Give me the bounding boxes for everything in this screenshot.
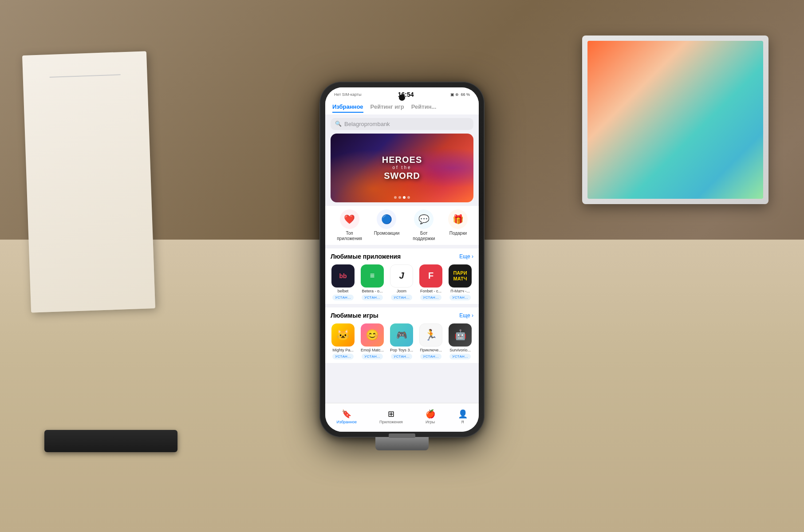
app-fonbet[interactable]: F Fonbet - с... УСТАН... [418,264,443,300]
dot-2 [398,196,401,199]
left-document [22,51,155,312]
emoji-match-install[interactable]: УСТАН... [362,354,382,359]
dark-object [44,430,177,452]
adventure-icon: 🏃 [419,323,442,347]
monitor-screen [587,41,763,199]
fonbet-icon: F [419,264,442,288]
app-belbet[interactable]: bb belbet УСТАН... [331,264,355,300]
emoji-match-name: Emoji Matc... [361,348,384,352]
game-mighty-pa[interactable]: 🐱 Mighty Pa... УСТАН... [331,323,355,359]
nav-apps-icon: ⊞ [388,409,394,419]
fonbet-name: Fonbet - с... [420,289,441,293]
game-emoji-match[interactable]: 😊 Emoji Matc... УСТАН... [360,323,385,359]
pop-toys-name: Pop Toys 3... [390,348,413,352]
belbet-icon-text: bb [339,272,347,280]
pop-toys-install[interactable]: УСТАН... [391,354,412,359]
nav-games[interactable]: 🍎 Игры [426,409,435,424]
banner-dots [394,196,410,199]
app-parimatch[interactable]: ПАРИ МАТЧ П-Матч -... УСТАН... [448,264,473,300]
joom-name: Joom [397,289,406,293]
app-joom[interactable]: J Joom УСТАН... [389,264,414,300]
mighty-pa-install[interactable]: УСТАН... [332,354,353,359]
nav-apps-label: Приложения [379,420,403,424]
betera-install[interactable]: УСТАН... [362,295,382,300]
favorite-apps-section: Любимые приложения Еще › bb belbet УСТАН… [325,248,479,304]
phone-stand [375,437,429,450]
nav-apps[interactable]: ⊞ Приложения [379,409,403,424]
survivorio-emoji: 🤖 [454,329,466,341]
tab-rating-games[interactable]: Рейтинг игр [370,103,404,113]
promos-label: Промоакции [374,231,400,236]
belbet-install[interactable]: УСТАН... [332,295,353,300]
adventure-name: Приключе... [420,348,442,352]
search-placeholder: Belagroprombank [344,121,390,127]
pop-toys-emoji: 🎮 [396,330,407,340]
nav-games-label: Игры [426,420,435,424]
parimatch-name: П-Матч -... [450,289,470,293]
nav-profile-icon: 👤 [458,409,468,419]
banner-overlay: HEROES of the SWORD [331,134,473,202]
action-promos[interactable]: 🔵 Промоакции [374,209,400,241]
promos-icon: 🔵 [377,209,396,229]
game-survivorio[interactable]: 🤖 Survivorio... УСТАН... [448,323,473,359]
banner-title: HEROES of the SWORD [382,154,422,181]
fav-apps-title: Любимые приложения [331,253,401,260]
fav-games-header: Любимые игры Еще › [331,312,473,319]
mighty-pa-emoji: 🐱 [336,329,350,341]
nav-profile-label: Я [461,420,464,424]
action-top-apps[interactable]: ❤️ Топ приложения [336,209,363,241]
betera-name: Betera - о... [362,289,382,293]
joom-icon: J [390,264,413,288]
tab-izbrannoye[interactable]: Избранное [332,103,363,113]
parimatch-install[interactable]: УСТАН... [449,295,470,300]
joom-install[interactable]: УСТАН... [391,295,412,300]
favorite-games-section: Любимые игры Еще › 🐱 Mighty Pa... УСТАН.… [325,307,479,363]
dot-3 [403,196,406,199]
emoji-match-emoji: 😊 [366,329,379,341]
survivorio-name: Survivorio... [449,348,471,352]
fav-apps-row: bb belbet УСТАН... ≡ Betera - о... УСТАН… [331,264,473,300]
battery-text: 66 % [461,92,470,97]
bot-label: Бот поддержки [410,231,437,241]
nav-profile[interactable]: 👤 Я [458,409,468,424]
mighty-pa-name: Mighty Pa... [332,348,354,352]
gifts-label: Подарки [449,231,467,236]
survivorio-icon: 🤖 [449,323,472,347]
navigation-tabs: Избранное Рейтинг игр Рейтин... [325,100,479,114]
tab-rating[interactable]: Рейтин... [411,103,437,113]
adventure-install[interactable]: УСТАН... [420,354,441,359]
banner-title-line2: SWORD [384,171,420,181]
phone-screen: Нет SIM-карты 16:54 ▣ ⊕ 66 % Избранное Р… [325,87,479,432]
phone-container: Нет SIM-карты 16:54 ▣ ⊕ 66 % Избранное Р… [320,82,484,450]
game-adventure[interactable]: 🏃 Приключе... УСТАН... [418,323,443,359]
betera-icon: ≡ [361,264,384,288]
action-gifts[interactable]: 🎁 Подарки [448,209,468,241]
nav-izbrannoye[interactable]: 🔖 Избранное [336,409,357,424]
app-betera[interactable]: ≡ Betera - о... УСТАН... [360,264,385,300]
emoji-match-icon: 😊 [361,323,384,347]
fonbet-icon-text: F [428,271,434,281]
fav-apps-more[interactable]: Еще › [459,253,473,260]
bottom-navigation: 🔖 Избранное ⊞ Приложения 🍎 Игры 👤 Я [325,403,479,432]
status-icons: ▣ ⊕ 66 % [450,92,470,97]
bot-icon: 💬 [414,209,434,229]
hero-banner[interactable]: HEROES of the SWORD [331,134,473,202]
mighty-pa-icon: 🐱 [331,323,355,347]
quick-actions: ❤️ Топ приложения 🔵 Промоакции 💬 Бот под… [325,206,479,245]
fav-games-more[interactable]: Еще › [459,312,473,319]
joom-icon-text: J [399,271,404,281]
fav-games-row: 🐱 Mighty Pa... УСТАН... 😊 Emoji Matc... … [331,323,473,359]
nav-games-icon: 🍎 [426,409,435,419]
search-bar[interactable]: 🔍 Belagroprombank [331,118,473,130]
survivorio-install[interactable]: УСТАН... [449,354,470,359]
action-support-bot[interactable]: 💬 Бот поддержки [410,209,437,241]
fonbet-install[interactable]: УСТАН... [420,295,441,300]
gifts-icon: 🎁 [448,209,468,229]
fav-games-title: Любимые игры [331,312,378,319]
game-pop-toys[interactable]: 🎮 Pop Toys 3... УСТАН... [389,323,414,359]
camera-notch [399,95,405,101]
belbet-name: belbet [338,289,349,293]
adventure-emoji: 🏃 [424,329,437,341]
belbet-icon: bb [331,264,355,288]
nav-bookmark-icon: 🔖 [342,409,351,419]
